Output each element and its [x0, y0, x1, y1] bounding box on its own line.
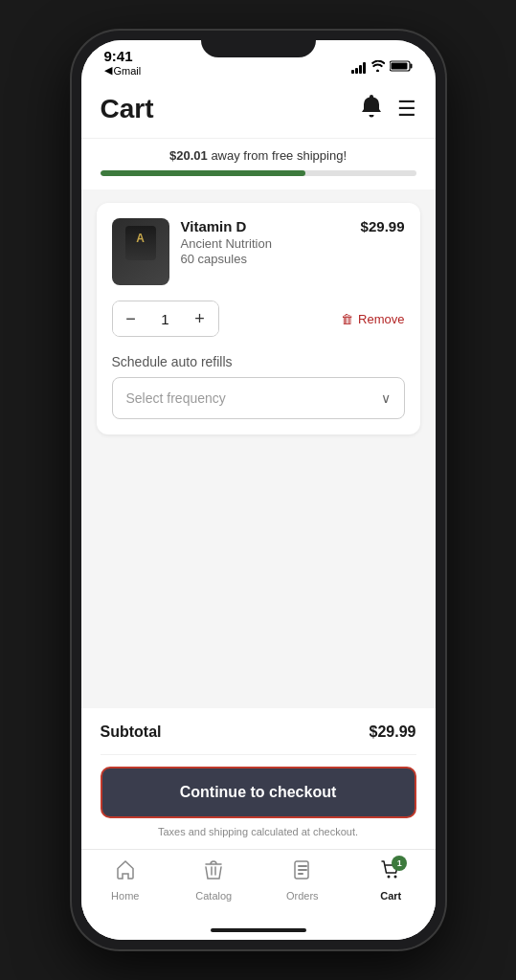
nav-item-cart[interactable]: 1 Cart — [362, 859, 419, 902]
svg-point-8 — [394, 876, 397, 879]
product-size: 60 capsules — [181, 252, 349, 266]
screen-content: Cart ☰ $20.01 away from free shipping! — [81, 82, 436, 940]
nav-item-orders[interactable]: Orders — [274, 859, 331, 902]
product-image — [112, 218, 169, 285]
product-row: Vitamin D Ancient Nutrition 60 capsules … — [112, 218, 405, 285]
signal-icon — [351, 62, 366, 74]
product-details: Vitamin D Ancient Nutrition 60 capsules — [181, 218, 349, 266]
checkout-note: Taxes and shipping calculated at checkou… — [101, 826, 416, 849]
nav-label-catalog: Catalog — [195, 890, 232, 902]
quantity-value: 1 — [149, 311, 182, 327]
shipping-message: away from free shipping! — [211, 148, 347, 163]
nav-item-home[interactable]: Home — [97, 859, 154, 902]
home-indicator — [81, 921, 436, 940]
shipping-progress-bar — [101, 170, 416, 176]
bottom-nav: Home Catalog — [81, 849, 436, 921]
cart-badge: 1 — [392, 856, 407, 871]
status-icons — [351, 60, 413, 77]
back-arrow: ◀ — [104, 64, 112, 77]
trash-icon: 🗑 — [341, 312, 353, 326]
refills-label: Schedule auto refills — [112, 354, 405, 369]
bottom-section: Subtotal $29.99 Continue to checkout Tax… — [81, 708, 436, 849]
svg-rect-4 — [298, 865, 307, 867]
remove-button[interactable]: 🗑 Remove — [341, 312, 404, 326]
svg-point-7 — [388, 876, 391, 879]
battery-icon — [390, 60, 413, 75]
phone-frame: 9:41 ◀ Gmail — [72, 31, 445, 949]
svg-rect-2 — [391, 63, 407, 70]
status-back: ◀ Gmail — [104, 64, 142, 77]
checkout-button[interactable]: Continue to checkout — [101, 767, 416, 818]
app-header: Cart ☰ — [81, 82, 436, 138]
subtotal-row: Subtotal $29.99 — [101, 708, 416, 755]
phone-screen: 9:41 ◀ Gmail — [81, 40, 436, 940]
status-time: 9:41 — [104, 49, 133, 63]
shipping-text: $20.01 away from free shipping! — [101, 148, 416, 163]
svg-rect-5 — [298, 869, 307, 871]
home-icon — [115, 859, 136, 886]
nav-label-orders: Orders — [286, 890, 319, 902]
notch — [201, 31, 316, 57]
back-label: Gmail — [114, 65, 142, 77]
frequency-select[interactable]: Select frequency ∨ — [112, 377, 405, 419]
subtotal-label: Subtotal — [101, 724, 162, 741]
shipping-amount: $20.01 — [169, 148, 208, 163]
home-bar — [211, 928, 306, 932]
cart-card: Vitamin D Ancient Nutrition 60 capsules … — [97, 203, 420, 434]
product-brand: Ancient Nutrition — [181, 236, 349, 251]
shipping-banner: $20.01 away from free shipping! — [81, 138, 436, 189]
menu-icon[interactable]: ☰ — [397, 97, 416, 122]
cart-icon: 1 — [380, 859, 401, 886]
svg-rect-6 — [298, 873, 303, 875]
nav-label-home: Home — [111, 890, 139, 902]
page-title: Cart — [101, 94, 154, 124]
bell-icon[interactable] — [361, 95, 382, 123]
svg-rect-1 — [410, 64, 412, 69]
spacer — [81, 448, 436, 708]
header-icons: ☰ — [361, 95, 416, 123]
nav-label-cart: Cart — [380, 890, 401, 902]
quantity-row: − 1 + 🗑 Remove — [112, 301, 405, 337]
catalog-icon — [203, 859, 224, 886]
checkout-label: Continue to checkout — [180, 784, 337, 801]
frequency-placeholder: Select frequency — [126, 390, 226, 406]
subtotal-value: $29.99 — [370, 724, 416, 741]
quantity-increase-button[interactable]: + — [182, 301, 218, 336]
cart-section: Vitamin D Ancient Nutrition 60 capsules … — [81, 189, 436, 448]
product-name: Vitamin D — [181, 218, 349, 234]
product-price: $29.99 — [361, 218, 405, 234]
chevron-down-icon: ∨ — [381, 390, 391, 406]
nav-item-catalog[interactable]: Catalog — [185, 859, 242, 902]
orders-icon — [292, 859, 313, 886]
quantity-decrease-button[interactable]: − — [113, 301, 149, 336]
shipping-progress-fill — [101, 170, 306, 176]
status-left: 9:41 ◀ Gmail — [104, 49, 142, 77]
quantity-controls: − 1 + — [112, 301, 219, 337]
wifi-icon — [370, 60, 385, 75]
remove-label: Remove — [358, 312, 404, 326]
